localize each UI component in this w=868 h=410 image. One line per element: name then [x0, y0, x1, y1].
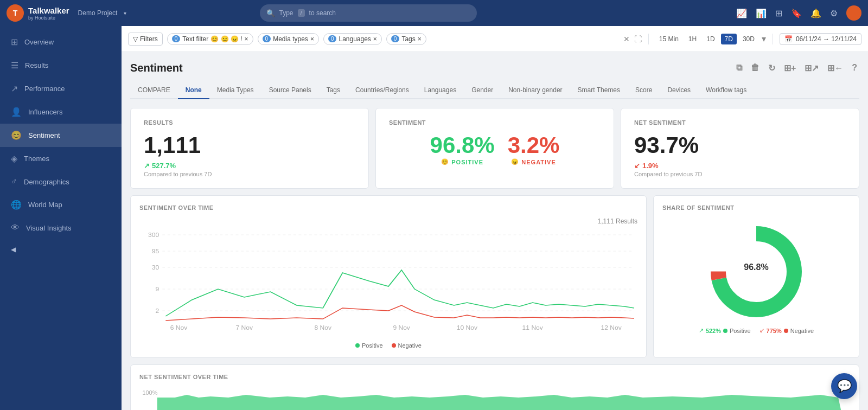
sidebar-label-overview: Overview [24, 38, 54, 46]
delete-widget-icon[interactable]: 🗑 [749, 61, 762, 75]
chat-button[interactable]: 💬 [831, 373, 857, 399]
time-1d[interactable]: 1D [703, 34, 718, 44]
sidebar-item-sentiment[interactable]: 😊 Sentiment [0, 124, 122, 147]
expand-icon[interactable]: ⛶ [634, 35, 642, 43]
tab-score[interactable]: Score [628, 82, 660, 99]
filter-bar-right: ✕ ⛶ 15 Min 1H 1D 7D 30D ▾ 📅 06/11/24 → 1… [623, 33, 861, 45]
tab-compare[interactable]: COMPARE [130, 82, 178, 99]
sidebar-item-visual-insights[interactable]: 👁 Visual Insights [0, 216, 122, 239]
project-name: Demo Project [78, 9, 118, 17]
tab-countries[interactable]: Countries/Regions [348, 82, 417, 99]
chart-line-icon[interactable]: 📈 [736, 8, 747, 18]
time-15min[interactable]: 15 Min [655, 34, 682, 44]
refresh-icon[interactable]: ↻ [766, 61, 777, 75]
add-segment-icon[interactable]: ⊞+ [782, 61, 798, 75]
results-change-value: 527.7% [152, 162, 176, 170]
tab-workflow[interactable]: Workflow tags [698, 82, 754, 99]
results-change: ↗ 527.7% [144, 162, 355, 170]
tags-close[interactable]: × [418, 35, 422, 43]
influencers-icon: 👤 [11, 107, 22, 117]
sidebar-item-results[interactable]: ☰ Results [0, 54, 122, 77]
bell-icon[interactable]: 🔔 [810, 8, 821, 18]
net-sentiment-over-time-title: NET SENTIMENT OVER TIME [139, 374, 850, 380]
media-types-count: 0 [263, 35, 271, 42]
time-7d[interactable]: 7D [721, 34, 737, 44]
search-type-label: Type [279, 9, 293, 17]
sidebar-item-influencers[interactable]: 👤 Influencers [0, 100, 122, 124]
negative-label-text: NEGATIVE [521, 159, 556, 165]
results-card: RESULTS 1,111 ↗ 527.7% Compared to previ… [130, 108, 369, 189]
sidebar-item-demographics[interactable]: ♂ Demographics [0, 170, 122, 193]
sentiment-over-time-card: SENTIMENT OVER TIME 1,111 Results 300 [130, 195, 647, 358]
text-filter-chip[interactable]: 0 Text filter 😊 😐 😠 ! × [167, 33, 253, 45]
results-compare-text: Compared to previous 7D [144, 171, 355, 177]
languages-chip[interactable]: 0 Languages × [323, 33, 382, 45]
svg-text:10 Nov: 10 Nov [457, 325, 478, 331]
bookmark-icon[interactable]: 🔖 [791, 8, 802, 18]
filter-funnel-icon: ▽ [133, 35, 138, 43]
tab-gender[interactable]: Gender [464, 82, 501, 99]
page-title-row: Sentiment ⧉ 🗑 ↻ ⊞+ ⊞↗ ⊞← ? [130, 61, 859, 75]
languages-close[interactable]: × [373, 35, 377, 43]
tab-devices[interactable]: Devices [660, 82, 698, 99]
filters-button[interactable]: ▽ Filters [128, 33, 163, 46]
donut-legend-positive: ↗ 522% Positive [699, 327, 751, 334]
time-1h[interactable]: 1H [685, 34, 700, 44]
settings-icon[interactable]: ⚙ [830, 8, 838, 18]
results-change-arrow: ↗ [144, 162, 150, 170]
time-30d[interactable]: 30D [739, 34, 758, 44]
sidebar-item-world-map[interactable]: 🌐 World Map [0, 193, 122, 216]
date-range-value: 06/11/24 → 12/11/24 [796, 35, 857, 43]
text-filter-close[interactable]: × [245, 35, 248, 43]
text-filter-emoji: 😊 😐 😠 ! [210, 35, 242, 43]
media-types-close[interactable]: × [310, 35, 314, 43]
date-range-picker[interactable]: 📅 06/11/24 → 12/11/24 [780, 33, 861, 45]
negative-group: 3.2% 😠 NEGATIVE [508, 132, 560, 165]
positive-change-arrow: ↗ [699, 327, 704, 334]
project-dropdown-arrow[interactable]: ▾ [124, 10, 126, 16]
donut-dot-negative [784, 329, 788, 333]
tab-media-types[interactable]: Media Types [209, 82, 261, 99]
grid-icon[interactable]: ⊞ [775, 8, 782, 18]
search-bar[interactable]: 🔍 Type / to search [260, 4, 477, 22]
legend-negative-label: Negative [398, 342, 422, 349]
performance-icon: ↗ [11, 84, 18, 94]
donut-legend: ↗ 522% Positive ↙ 775% Negative [699, 327, 814, 334]
net-sentiment-over-time-card: NET SENTIMENT OVER TIME 100% [130, 364, 859, 410]
time-dropdown-arrow[interactable]: ▾ [762, 34, 766, 44]
tab-none[interactable]: None [178, 82, 209, 99]
svg-point-19 [726, 242, 786, 302]
tab-source-panels[interactable]: Source Panels [261, 82, 319, 99]
clear-filters-icon[interactable]: ✕ [623, 35, 630, 43]
demographics-icon: ♂ [11, 177, 17, 187]
tags-count: 0 [391, 35, 400, 42]
media-types-chip[interactable]: 0 Media types × [258, 33, 319, 45]
languages-label: Languages [339, 35, 371, 43]
tab-languages[interactable]: Languages [417, 82, 464, 99]
sidebar-collapse-button[interactable]: ◀ [0, 239, 122, 260]
calendar-icon: 📅 [784, 35, 793, 43]
sentiment-values: 96.8% 😊 POSITIVE 3.2% 😠 NEGATIVE [389, 132, 601, 165]
sidebar-item-overview[interactable]: ⊞ Overview [0, 30, 122, 54]
tab-smart-themes[interactable]: Smart Themes [570, 82, 628, 99]
sidebar-label-world-map: World Map [28, 201, 62, 209]
copy-widget-icon[interactable]: ⧉ [734, 61, 744, 75]
charts-row: SENTIMENT OVER TIME 1,111 Results 300 [130, 195, 859, 358]
pin-icon[interactable]: ⊞← [825, 61, 845, 75]
tags-chip[interactable]: 0 Tags × [386, 33, 426, 45]
page-content: Sentiment ⧉ 🗑 ↻ ⊞+ ⊞↗ ⊞← ? COMPARE None … [122, 52, 868, 410]
share-of-sentiment-card: SHARE OF SENTIMENT 96.8% [653, 195, 859, 358]
tab-nonbinary[interactable]: Non-binary gender [501, 82, 570, 99]
user-avatar[interactable] [846, 5, 861, 21]
help-icon[interactable]: ? [850, 61, 859, 75]
svg-text:30: 30 [152, 265, 159, 271]
app-logo: T [7, 4, 24, 22]
bar-chart-icon[interactable]: 📊 [756, 8, 767, 18]
sidebar-item-performance[interactable]: ↗ Performance [0, 77, 122, 100]
filter-separator-2 [773, 34, 773, 44]
add-filter-icon[interactable]: ⊞↗ [802, 61, 821, 75]
sidebar-item-themes[interactable]: ◈ Themes [0, 147, 122, 170]
tab-tags[interactable]: Tags [319, 82, 348, 99]
positive-value: 96.8% [430, 132, 495, 158]
svg-text:7 Nov: 7 Nov [235, 325, 253, 331]
